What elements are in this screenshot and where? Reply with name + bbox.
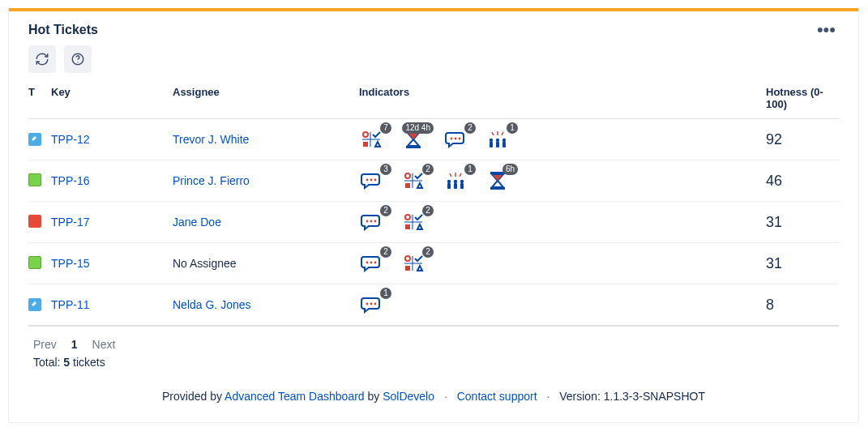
- total-tickets: tickets: [73, 356, 105, 369]
- refresh-icon: [35, 52, 49, 66]
- comments-indicator[interactable]: 3: [359, 170, 383, 191]
- participants-indicator[interactable]: 1: [443, 170, 468, 191]
- comments-indicator[interactable]: 1: [359, 294, 383, 315]
- issue-type-icon: [28, 173, 41, 186]
- svg-point-29: [454, 180, 457, 183]
- icons-indicator[interactable]: 2: [401, 170, 425, 191]
- comments-indicator[interactable]: 2: [359, 253, 383, 274]
- hourglass-indicator[interactable]: 6h: [485, 170, 510, 191]
- col-indicators: Indicators: [359, 81, 766, 119]
- icons-indicator[interactable]: 2: [401, 253, 425, 274]
- svg-point-23: [405, 173, 410, 178]
- hotness-value: 31: [766, 255, 782, 271]
- indicators: 712d 4h21: [359, 129, 759, 150]
- footer-provided: Provided by: [162, 390, 222, 403]
- svg-rect-24: [405, 183, 410, 188]
- issue-key-link[interactable]: TPP-15: [51, 257, 89, 270]
- issue-type-icon: [28, 133, 41, 146]
- assignee-link[interactable]: Jane Doe: [173, 216, 221, 229]
- svg-point-1: [77, 62, 78, 62]
- footer-product-link[interactable]: Advanced Team Dashboard: [224, 390, 365, 403]
- svg-line-19: [502, 132, 503, 135]
- indicator-badge: 2: [464, 122, 476, 134]
- indicators: 22: [359, 253, 759, 274]
- svg-rect-49: [405, 266, 410, 271]
- svg-point-21: [370, 179, 373, 182]
- table-row: TPP-16Prince J. Fierro3216h46: [28, 160, 839, 202]
- svg-point-27: [447, 180, 451, 183]
- footer-vendor-link[interactable]: SolDevelo: [383, 390, 434, 403]
- svg-point-39: [370, 220, 373, 223]
- help-icon: [71, 52, 85, 66]
- svg-rect-16: [502, 142, 506, 147]
- indicator-badge: 2: [422, 164, 434, 175]
- svg-rect-32: [460, 183, 464, 189]
- footer-by: by: [368, 390, 380, 403]
- indicator-badge: 3: [380, 164, 391, 175]
- comments-indicator[interactable]: 2: [359, 211, 383, 233]
- issue-key-link[interactable]: TPP-16: [51, 174, 89, 187]
- assignee-link[interactable]: Trevor J. White: [173, 133, 249, 146]
- svg-rect-42: [405, 224, 410, 229]
- assignee-link[interactable]: Nelda G. Jones: [173, 298, 251, 311]
- card-title: Hot Tickets: [28, 23, 98, 37]
- icons-indicator[interactable]: 2: [401, 211, 425, 233]
- issue-key-link[interactable]: TPP-11: [51, 298, 89, 311]
- svg-point-48: [405, 256, 410, 261]
- indicator-badge: 7: [380, 122, 391, 134]
- svg-point-54: [374, 303, 377, 305]
- participants-indicator[interactable]: 1: [485, 129, 510, 150]
- indicator-badge: 1: [464, 164, 476, 175]
- svg-rect-3: [363, 142, 368, 147]
- footer-version-label: Version:: [559, 390, 601, 403]
- assignee-link[interactable]: Prince J. Fierro: [173, 174, 250, 187]
- svg-point-45: [366, 262, 369, 264]
- pager-next[interactable]: Next: [92, 338, 116, 351]
- hotness-value: 8: [766, 297, 774, 313]
- indicator-badge: 1: [380, 288, 391, 299]
- footer: Provided by Advanced Team Dashboard by S…: [28, 390, 839, 403]
- svg-point-20: [366, 179, 369, 182]
- total-label: Total:: [33, 356, 60, 369]
- footer-contact-link[interactable]: Contact support: [457, 390, 537, 403]
- svg-point-46: [370, 262, 373, 264]
- svg-rect-30: [454, 183, 457, 189]
- totals: Total: 5 tickets: [33, 356, 839, 369]
- pager: Prev 1 Next: [33, 338, 839, 351]
- refresh-button[interactable]: [28, 45, 56, 73]
- comments-indicator[interactable]: 2: [443, 129, 468, 150]
- total-count: 5: [63, 356, 70, 369]
- svg-point-10: [459, 138, 461, 140]
- svg-point-47: [374, 262, 377, 264]
- svg-point-2: [363, 132, 368, 137]
- indicator-badge: 6h: [502, 164, 518, 175]
- col-assignee: Assignee: [173, 81, 359, 119]
- pager-prev[interactable]: Prev: [33, 338, 57, 351]
- svg-point-22: [374, 179, 377, 182]
- table-row: TPP-17Jane Doe2231: [28, 202, 839, 243]
- help-button[interactable]: [64, 45, 92, 73]
- table-row: TPP-11Nelda G. Jones18: [28, 284, 839, 327]
- table-row: TPP-15No Assignee2231: [28, 243, 839, 284]
- issue-type-icon: [28, 298, 41, 311]
- tickets-table: T Key Assignee Indicators Hotness (0-100…: [28, 81, 839, 327]
- hotness-value: 92: [766, 131, 782, 147]
- more-menu-button[interactable]: •••: [814, 23, 839, 36]
- issue-key-link[interactable]: TPP-12: [51, 133, 89, 146]
- issue-key-link[interactable]: TPP-17: [51, 216, 89, 229]
- separator: ·: [444, 390, 447, 403]
- icons-indicator[interactable]: 7: [359, 129, 383, 150]
- svg-point-38: [366, 220, 369, 223]
- indicator-badge: 2: [422, 205, 434, 216]
- svg-point-40: [374, 220, 377, 223]
- hourglass-indicator[interactable]: 12d 4h: [401, 129, 425, 150]
- issue-type-icon: [28, 215, 41, 228]
- indicator-badge: 1: [507, 122, 518, 134]
- svg-point-52: [366, 303, 369, 305]
- assignee-none: No Assignee: [173, 257, 237, 270]
- separator: ·: [546, 390, 549, 403]
- indicator-badge: 12d 4h: [402, 122, 434, 134]
- hotness-value: 46: [766, 173, 782, 189]
- indicators: 1: [359, 294, 759, 315]
- svg-line-35: [460, 173, 461, 177]
